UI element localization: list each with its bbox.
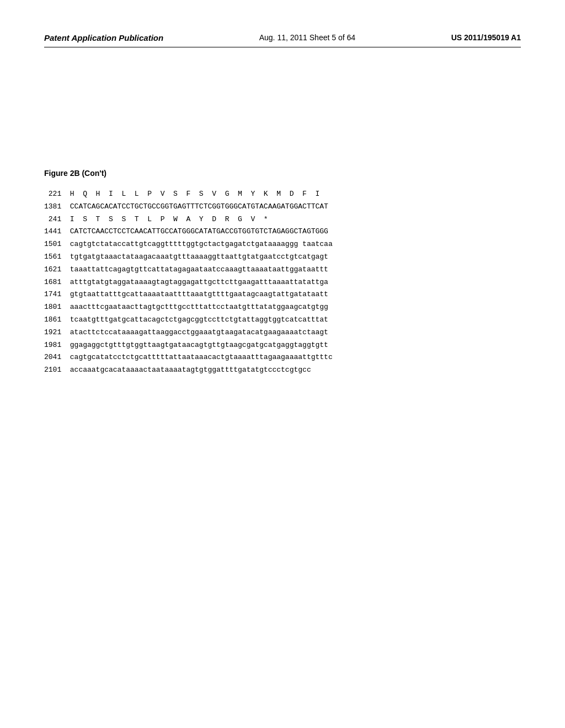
sequence-line: 1981 ggagaggctgtttgtggttaagtgataacagtgtt…: [44, 340, 521, 351]
sequence-line: 1381 CCATCAGCACATCCTGCTGCCGGTGAGTTTCTCGG…: [44, 201, 521, 213]
sequence-block: 221 H Q H I L L P V S F S V G M Y K M D …: [44, 189, 521, 376]
sequence-line: 241 I S T S S T L P W A Y D R G V *: [44, 214, 521, 226]
header-date-sheet: Aug. 11, 2011 Sheet 5 of 64: [259, 33, 355, 42]
sequence-line: 1861 tcaatgtttgatgcattacagctctgagcggtcct…: [44, 314, 521, 326]
sequence-line: 1681 atttgtatgtaggataaaagtagtaggagattgct…: [44, 277, 521, 288]
sequence-line: 1501 cagtgtctataccattgtcaggtttttggtgctac…: [44, 239, 521, 250]
sequence-line: 2041 cagtgcatatcctctgcatttttattaataaacac…: [44, 352, 521, 363]
header-patent-number: US 2011/195019 A1: [451, 33, 521, 42]
sequence-line: 2101 accaaatgcacataaaactaataaaatagtgtgga…: [44, 365, 521, 376]
header-publication-label: Patent Application Publication: [44, 33, 163, 42]
sequence-line: 221 H Q H I L L P V S F S V G M Y K M D …: [44, 189, 521, 200]
sequence-line: 1801 aaactttcgaataacttagtgctttgcctttattc…: [44, 302, 521, 313]
sequence-line: 1921 atacttctccataaaagattaaggacctggaaatg…: [44, 327, 521, 339]
sequence-line: 1441 CATCTCAACCTCCTCAACATTGCCATGGGCATATG…: [44, 226, 521, 238]
page: Patent Application Publication Aug. 11, …: [0, 0, 565, 728]
page-header: Patent Application Publication Aug. 11, …: [44, 33, 521, 47]
sequence-line: 1741 gtgtaattatttgcattaaaataattttaaatgtt…: [44, 289, 521, 301]
sequence-line: 1621 taaattattcagagtgttcattatagagaataatc…: [44, 264, 521, 276]
figure-title: Figure 2B (Con't): [44, 169, 521, 178]
sequence-line: 1561 tgtgatgtaaactataagacaaatgtttaaaaggt…: [44, 251, 521, 263]
